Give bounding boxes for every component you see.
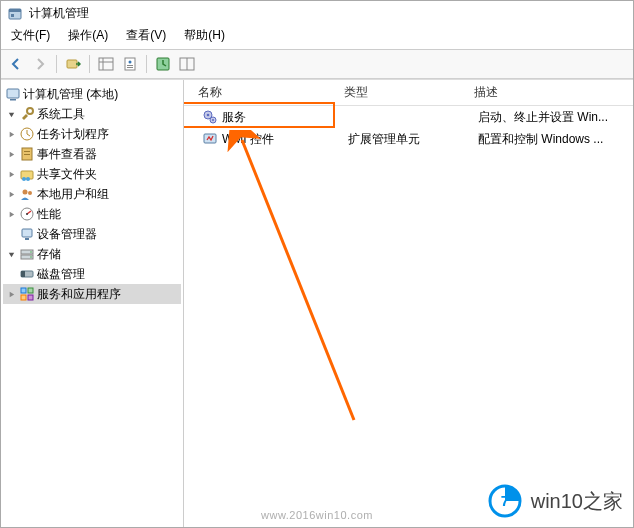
svg-rect-9 bbox=[127, 65, 133, 66]
computer-icon bbox=[5, 86, 21, 102]
tree-root-label: 计算机管理 (本地) bbox=[23, 86, 118, 103]
tree-root[interactable]: 计算机管理 (本地) bbox=[3, 84, 181, 104]
forward-button[interactable] bbox=[29, 53, 51, 75]
menu-help[interactable]: 帮助(H) bbox=[182, 26, 227, 45]
show-hide-tree-button[interactable] bbox=[95, 53, 117, 75]
svg-rect-15 bbox=[10, 99, 16, 101]
up-button[interactable] bbox=[62, 53, 84, 75]
tree-label: 事件查看器 bbox=[37, 146, 97, 163]
svg-rect-28 bbox=[22, 229, 32, 237]
svg-rect-7 bbox=[125, 58, 135, 70]
svg-rect-20 bbox=[24, 154, 30, 155]
disk-icon bbox=[19, 266, 35, 282]
tree-services-apps[interactable]: 服务和应用程序 bbox=[3, 284, 181, 304]
performance-icon bbox=[19, 206, 35, 222]
shared-folder-icon bbox=[19, 166, 35, 182]
chevron-right-icon[interactable] bbox=[5, 128, 17, 140]
chevron-right-icon[interactable] bbox=[5, 288, 17, 300]
refresh-button[interactable] bbox=[152, 53, 174, 75]
svg-rect-19 bbox=[24, 151, 30, 152]
cell-desc: 启动、终止并设置 Win... bbox=[478, 109, 608, 126]
users-icon bbox=[19, 186, 35, 202]
annotation-arrow bbox=[224, 130, 364, 430]
toolbar-separator bbox=[146, 55, 147, 73]
apps-icon bbox=[19, 286, 35, 302]
svg-line-45 bbox=[242, 140, 354, 420]
chevron-right-icon[interactable] bbox=[5, 188, 17, 200]
cell-desc: 配置和控制 Windows ... bbox=[478, 131, 603, 148]
title-bar: 计算机管理 bbox=[1, 1, 633, 24]
svg-rect-1 bbox=[9, 9, 21, 12]
chevron-down-icon[interactable] bbox=[5, 248, 17, 260]
toolbar-separator bbox=[89, 55, 90, 73]
chevron-down-icon[interactable] bbox=[5, 108, 17, 120]
svg-point-43 bbox=[212, 119, 214, 121]
tree-performance[interactable]: 性能 bbox=[3, 204, 181, 224]
tree-task-scheduler[interactable]: 任务计划程序 bbox=[3, 124, 181, 144]
clock-icon bbox=[19, 126, 35, 142]
svg-point-25 bbox=[28, 191, 32, 195]
event-icon bbox=[19, 146, 35, 162]
menu-view[interactable]: 查看(V) bbox=[124, 26, 168, 45]
main-area: 计算机管理 (本地) 系统工具 bbox=[1, 79, 633, 527]
svg-point-27 bbox=[26, 213, 28, 215]
chevron-right-icon[interactable] bbox=[5, 208, 17, 220]
svg-point-23 bbox=[26, 177, 30, 181]
properties-button[interactable] bbox=[119, 53, 141, 75]
console-tree[interactable]: 计算机管理 (本地) 系统工具 bbox=[3, 84, 181, 304]
chevron-right-icon[interactable] bbox=[5, 148, 17, 160]
chevron-right-icon[interactable] bbox=[5, 168, 17, 180]
tree-system-tools[interactable]: 系统工具 bbox=[3, 104, 181, 124]
tree-event-viewer[interactable]: 事件查看器 bbox=[3, 144, 181, 164]
menu-file[interactable]: 文件(F) bbox=[9, 26, 52, 45]
svg-rect-35 bbox=[21, 271, 25, 277]
svg-text:7: 7 bbox=[501, 492, 509, 509]
tree-device-manager[interactable]: 设备管理器 bbox=[3, 224, 181, 244]
tree-shared-folders[interactable]: 共享文件夹 bbox=[3, 164, 181, 184]
cell-type: 扩展管理单元 bbox=[348, 131, 420, 148]
list-row-services[interactable]: 服务 启动、终止并设置 Win... bbox=[184, 106, 633, 128]
svg-point-41 bbox=[207, 114, 210, 117]
svg-point-16 bbox=[27, 108, 33, 114]
menu-action[interactable]: 操作(A) bbox=[66, 26, 110, 45]
cell-name: WMI 控件 bbox=[222, 131, 274, 148]
tree-label: 任务计划程序 bbox=[37, 126, 109, 143]
tree-label: 系统工具 bbox=[37, 106, 85, 123]
svg-rect-3 bbox=[67, 60, 77, 68]
svg-rect-14 bbox=[7, 89, 19, 98]
tree-label: 共享文件夹 bbox=[37, 166, 97, 183]
svg-rect-36 bbox=[21, 288, 26, 293]
column-name[interactable]: 名称 bbox=[184, 84, 344, 101]
list-pane: 名称 类型 描述 服务 启动、终止并设置 Win... WMI 控件 扩展管理单… bbox=[184, 80, 633, 527]
svg-point-8 bbox=[129, 61, 132, 64]
tools-icon bbox=[19, 106, 35, 122]
tree-label: 服务和应用程序 bbox=[37, 286, 121, 303]
tree-local-users[interactable]: 本地用户和组 bbox=[3, 184, 181, 204]
svg-point-24 bbox=[23, 190, 28, 195]
list-row-wmi[interactable]: WMI 控件 扩展管理单元 配置和控制 Windows ... bbox=[184, 128, 633, 150]
svg-point-32 bbox=[30, 251, 32, 253]
svg-rect-2 bbox=[11, 14, 14, 17]
tree-pane: 计算机管理 (本地) 系统工具 bbox=[1, 80, 184, 527]
menu-bar: 文件(F) 操作(A) 查看(V) 帮助(H) bbox=[1, 24, 633, 50]
column-type[interactable]: 类型 bbox=[344, 84, 474, 101]
svg-rect-4 bbox=[99, 58, 113, 70]
back-button[interactable] bbox=[5, 53, 27, 75]
tree-label: 本地用户和组 bbox=[37, 186, 109, 203]
help-button[interactable] bbox=[176, 53, 198, 75]
window-title: 计算机管理 bbox=[29, 5, 89, 22]
tree-label: 性能 bbox=[37, 206, 61, 223]
tree-label: 存储 bbox=[37, 246, 61, 263]
tree-disk-management[interactable]: 磁盘管理 bbox=[3, 264, 181, 284]
watermark: www.2016win10.com bbox=[1, 509, 633, 521]
svg-rect-37 bbox=[28, 288, 33, 293]
list-header: 名称 类型 描述 bbox=[184, 80, 633, 106]
column-desc[interactable]: 描述 bbox=[474, 84, 633, 101]
app-icon bbox=[7, 6, 23, 22]
tree-label: 磁盘管理 bbox=[37, 266, 85, 283]
svg-point-33 bbox=[30, 256, 32, 258]
tree-label: 设备管理器 bbox=[37, 226, 97, 243]
svg-point-22 bbox=[22, 177, 26, 181]
toolbar-separator bbox=[56, 55, 57, 73]
tree-storage[interactable]: 存储 bbox=[3, 244, 181, 264]
